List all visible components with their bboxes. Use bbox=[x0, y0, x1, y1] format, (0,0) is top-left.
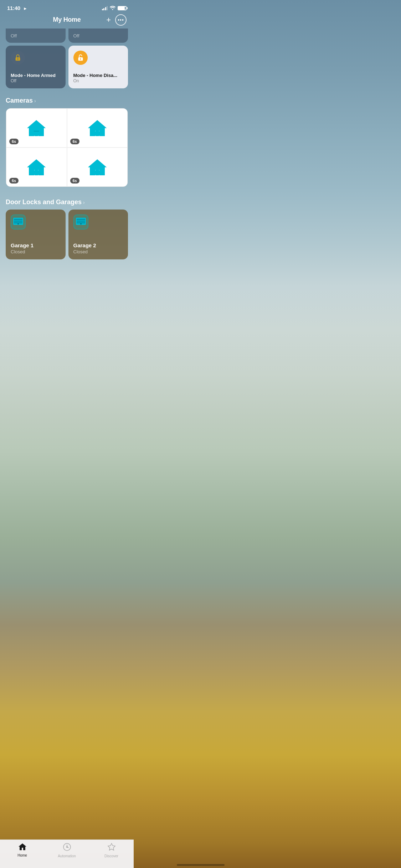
mode-armed-info: Mode - Home Armed Off bbox=[11, 70, 61, 83]
camera-badge-3: 6s bbox=[9, 178, 19, 184]
mode-armed-icon-wrap bbox=[11, 51, 25, 65]
mode-disarmed-info: Mode - Home Disa... On bbox=[73, 70, 123, 83]
status-time-area: 11:40 ► bbox=[7, 5, 27, 11]
mode-armed-title: Mode - Home Armed bbox=[11, 73, 61, 78]
garage-1-icon-wrap bbox=[11, 215, 26, 229]
mode-disarmed-title: Mode - Home Disa... bbox=[73, 73, 123, 78]
mode-home-armed-card[interactable]: Mode - Home Armed Off bbox=[6, 46, 66, 88]
garage-2-icon-wrap bbox=[73, 215, 88, 229]
svg-rect-22 bbox=[80, 223, 82, 224]
wifi-icon bbox=[110, 5, 115, 11]
partial-card-1[interactable]: Off bbox=[6, 29, 66, 43]
status-icons bbox=[102, 5, 127, 11]
garage-1-status: Closed bbox=[11, 249, 61, 254]
svg-rect-19 bbox=[77, 219, 85, 220]
svg-rect-1 bbox=[17, 58, 19, 60]
camera-cell-4[interactable]: 6s bbox=[67, 148, 128, 187]
garage-2-card[interactable]: Garage 2 Closed bbox=[68, 210, 128, 259]
garage-1-card[interactable]: Garage 1 Closed bbox=[6, 210, 66, 259]
camera-grid-wrap: 6s 6s 6s bbox=[0, 108, 134, 187]
partial-card-2-label: Off bbox=[73, 33, 79, 38]
garage-cards-row: Garage 1 Closed Garage 2 bbox=[0, 210, 134, 259]
location-icon: ► bbox=[23, 6, 27, 11]
garage-door-icon-2 bbox=[76, 218, 86, 226]
camera-home-icon-3 bbox=[26, 157, 47, 177]
camera-badge-4: 6s bbox=[70, 178, 79, 184]
svg-rect-10 bbox=[34, 170, 38, 175]
nav-actions: + ••• bbox=[106, 14, 127, 26]
add-button[interactable]: + bbox=[106, 16, 111, 24]
svg-rect-21 bbox=[77, 222, 85, 223]
more-button[interactable]: ••• bbox=[115, 14, 127, 26]
svg-rect-16 bbox=[14, 222, 22, 223]
garage-door-icon-1 bbox=[13, 218, 23, 226]
camera-grid: 6s 6s 6s bbox=[6, 108, 128, 187]
lock-open-icon bbox=[77, 54, 84, 62]
nav-title: My Home bbox=[53, 16, 81, 24]
status-time: 11:40 bbox=[7, 5, 20, 11]
mode-armed-status: Off bbox=[11, 78, 61, 83]
camera-badge-1: 6s bbox=[9, 139, 19, 144]
garage-2-title: Garage 2 bbox=[73, 242, 123, 248]
scroll-area: Off Off Mode - Home Armed Off bbox=[0, 29, 134, 288]
svg-rect-17 bbox=[17, 223, 19, 224]
garage-1-info: Garage 1 Closed bbox=[11, 234, 61, 254]
svg-rect-20 bbox=[77, 221, 85, 222]
battery-icon bbox=[118, 6, 127, 10]
cameras-title: Cameras bbox=[6, 97, 33, 104]
cameras-chevron: › bbox=[34, 98, 36, 104]
camera-cell-2[interactable]: 6s bbox=[67, 108, 128, 148]
camera-cell-3[interactable]: 6s bbox=[6, 148, 67, 187]
door-locks-chevron: › bbox=[83, 200, 85, 205]
partial-cards-row: Off Off bbox=[0, 29, 134, 43]
garage-2-info: Garage 2 Closed bbox=[73, 234, 123, 254]
camera-home-icon-2 bbox=[87, 118, 108, 138]
svg-rect-12 bbox=[95, 170, 99, 175]
mode-home-disarmed-card[interactable]: Mode - Home Disa... On bbox=[68, 46, 128, 88]
mode-disarmed-icon-wrap bbox=[73, 51, 88, 65]
nav-header: My Home + ••• bbox=[0, 14, 134, 29]
svg-rect-6 bbox=[34, 131, 39, 131]
lock-icon bbox=[14, 54, 22, 62]
mode-cards-row: Mode - Home Armed Off Mode - Home Disa..… bbox=[0, 46, 134, 88]
partial-card-1-label: Off bbox=[11, 33, 17, 38]
door-locks-title: Door Locks and Garages bbox=[6, 198, 82, 206]
svg-rect-3 bbox=[80, 58, 81, 60]
status-bar: 11:40 ► bbox=[0, 0, 134, 14]
partial-card-2[interactable]: Off bbox=[68, 29, 128, 43]
svg-rect-15 bbox=[14, 221, 22, 222]
more-icon: ••• bbox=[118, 17, 124, 22]
camera-badge-2: 6s bbox=[70, 139, 79, 144]
cameras-section-header[interactable]: Cameras › bbox=[0, 91, 134, 108]
door-locks-section-header[interactable]: Door Locks and Garages › bbox=[0, 193, 134, 210]
svg-rect-8 bbox=[95, 131, 99, 136]
camera-home-icon-1 bbox=[26, 118, 47, 138]
camera-home-icon-4 bbox=[87, 157, 108, 177]
camera-cell-1[interactable]: 6s bbox=[6, 108, 67, 148]
signal-icon bbox=[102, 6, 108, 10]
mode-disarmed-status: On bbox=[73, 78, 123, 83]
garage-2-status: Closed bbox=[73, 249, 123, 254]
garage-1-title: Garage 1 bbox=[11, 242, 61, 248]
svg-rect-14 bbox=[14, 219, 22, 220]
